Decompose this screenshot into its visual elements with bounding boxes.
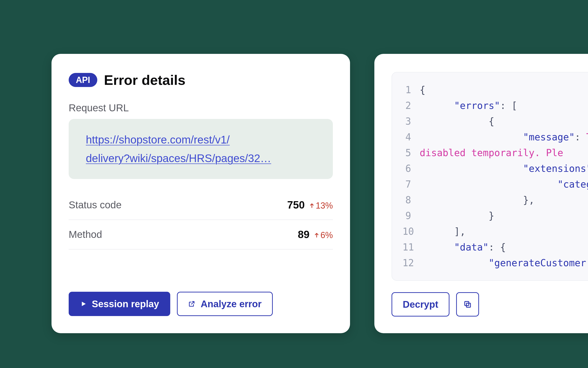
line-number: 10	[402, 224, 420, 239]
session-replay-label: Session replay	[92, 299, 159, 309]
code-line: 8 },	[402, 192, 588, 208]
code-line: 10 ],	[402, 224, 588, 239]
code-content: "errors": [	[420, 98, 517, 113]
status-code-delta: 13%	[309, 201, 333, 211]
code-line: 11 "data": {	[402, 239, 588, 255]
code-viewer: 1{2 "errors": [3 {4 "message": Th5disabl…	[392, 72, 588, 281]
method-row: Method 89 6%	[69, 220, 333, 249]
method-delta: 6%	[314, 230, 333, 240]
line-number: 11	[402, 239, 420, 255]
arrow-up-icon	[314, 232, 319, 238]
code-content: disabled temporarily. Ple	[420, 145, 563, 161]
status-code-row: Status code 750 13%	[69, 190, 333, 220]
code-line: 12 "generateCustomer	[402, 255, 588, 271]
code-line: 1{	[402, 82, 588, 98]
line-number: 8	[402, 192, 420, 208]
analyze-error-label: Analyze error	[201, 299, 261, 309]
line-number: 4	[402, 129, 420, 145]
play-icon	[80, 301, 86, 307]
code-content: "data": {	[420, 239, 506, 255]
request-url-line2: delivery?wiki/spaces/HRS/pages/32…	[86, 152, 271, 165]
decrypt-label: Decrypt	[403, 300, 438, 309]
code-content: },	[420, 192, 535, 208]
request-url-link[interactable]: https://shopstore.com/rest/v1/ delivery?…	[86, 133, 271, 165]
line-number: 6	[402, 161, 420, 176]
code-content: "extensions":	[420, 161, 588, 176]
code-content: "generateCustomer	[420, 255, 586, 271]
line-number: 2	[402, 98, 420, 113]
code-line: 3 {	[402, 113, 588, 129]
api-badge: API	[69, 73, 97, 87]
copy-icon	[464, 300, 472, 308]
code-card-actions: Decrypt	[392, 292, 588, 316]
line-number: 12	[402, 255, 420, 271]
line-number: 3	[402, 113, 420, 129]
external-link-icon	[188, 300, 195, 307]
code-line: 4 "message": Th	[402, 129, 588, 145]
method-value: 89	[298, 229, 309, 240]
code-line: 5disabled temporarily. Ple	[402, 145, 588, 161]
line-number: 7	[402, 176, 420, 192]
status-code-value-group: 750 13%	[287, 199, 333, 211]
method-label: Method	[69, 229, 102, 240]
code-content: "category	[420, 176, 588, 192]
analyze-error-button[interactable]: Analyze error	[177, 292, 273, 316]
code-content: ],	[420, 224, 466, 239]
status-code-value: 750	[287, 199, 305, 211]
line-number: 1	[402, 82, 420, 98]
card-header: API Error details	[69, 72, 333, 88]
code-line: 6 "extensions":	[402, 161, 588, 176]
code-content: {	[420, 113, 494, 129]
request-url-label: Request URL	[69, 102, 333, 114]
session-replay-button[interactable]: Session replay	[69, 292, 170, 316]
code-line: 9 }	[402, 208, 588, 224]
card-actions: Session replay Analyze error	[69, 292, 333, 316]
code-content: {	[420, 82, 425, 98]
decrypt-button[interactable]: Decrypt	[392, 292, 449, 316]
status-code-label: Status code	[69, 199, 121, 211]
code-content: }	[420, 208, 494, 224]
status-code-delta-text: 13%	[316, 201, 333, 211]
line-number: 9	[402, 208, 420, 224]
error-details-card: API Error details Request URL https://sh…	[52, 54, 350, 333]
code-content: "message": Th	[420, 129, 588, 145]
page-title: Error details	[104, 72, 186, 88]
method-delta-text: 6%	[320, 230, 333, 240]
line-number: 5	[402, 145, 420, 161]
request-url-line1: https://shopstore.com/rest/v1/	[86, 133, 230, 146]
request-url-box: https://shopstore.com/rest/v1/ delivery?…	[69, 119, 333, 179]
copy-button[interactable]	[456, 292, 479, 316]
method-value-group: 89 6%	[298, 229, 333, 240]
code-line: 2 "errors": [	[402, 98, 588, 113]
code-card: 1{2 "errors": [3 {4 "message": Th5disabl…	[374, 54, 588, 333]
code-line: 7 "category	[402, 176, 588, 192]
arrow-up-icon	[309, 203, 315, 209]
